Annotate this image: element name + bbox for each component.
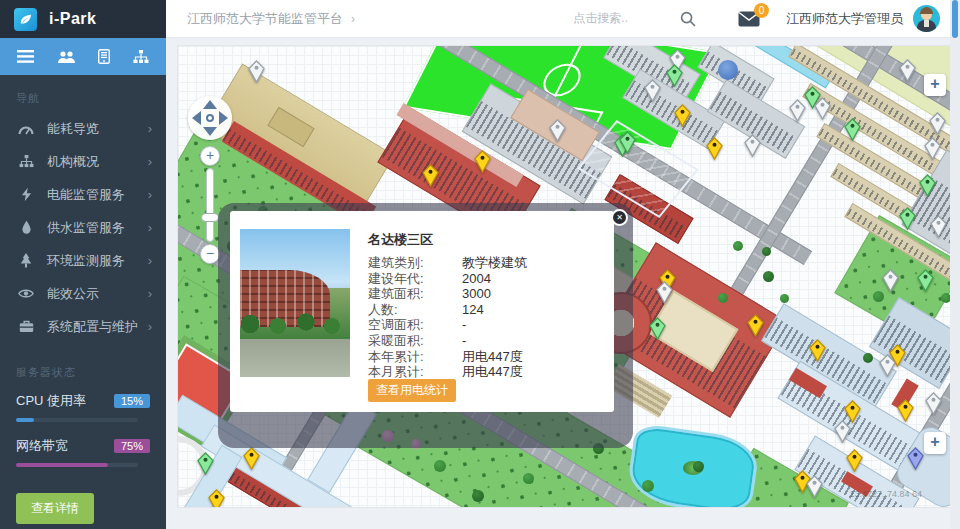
chevron-right-icon: ›: [148, 220, 152, 235]
pan-center-dot[interactable]: [206, 114, 214, 122]
map-pin-white[interactable]: [549, 119, 566, 146]
sidebar-item-label: 能效公示: [47, 285, 148, 303]
cpu-progress-track: [16, 418, 138, 422]
bandwidth-progress-fill: [16, 463, 108, 467]
map-pin-yellow[interactable]: [897, 399, 914, 426]
user-name[interactable]: 江西师范大学管理员: [786, 10, 903, 28]
map-pin-green[interactable]: [919, 174, 936, 201]
sidebar-item-environment[interactable]: 环境监测服务 ›: [0, 244, 166, 277]
toolbox-icon: [18, 319, 34, 335]
detail-row: 采暖面积:-: [368, 333, 606, 349]
map-pin-yellow[interactable]: [674, 104, 691, 131]
map-zoom-control: + −: [200, 146, 220, 264]
pan-down-arrow[interactable]: [203, 127, 217, 136]
map-pin-white[interactable]: [744, 134, 761, 161]
map-pin-white[interactable]: [834, 420, 851, 447]
bandwidth-progress-track: [16, 463, 138, 467]
sidebar-item-electricity[interactable]: 电能监管服务 ›: [0, 178, 166, 211]
detail-row: 本年累计:用电447度: [368, 349, 606, 365]
detail-row: 建筑类别:教学楼建筑: [368, 255, 606, 271]
view-electricity-stats-button[interactable]: 查看用电统计: [368, 379, 456, 402]
chevron-right-icon: ›: [148, 253, 152, 268]
map-pin-yellow[interactable]: [846, 449, 863, 476]
map-pin-green[interactable]: [666, 64, 683, 91]
map-pin-white[interactable]: [879, 354, 896, 381]
detail-row: 建筑面积:3000: [368, 286, 606, 302]
map-pin-white[interactable]: [882, 269, 899, 296]
map-pin-yellow[interactable]: [243, 447, 260, 474]
sidebar-item-label: 环境监测服务: [47, 252, 148, 270]
scrollbar-thumb[interactable]: [952, 0, 958, 38]
map-pin-white[interactable]: [925, 392, 942, 419]
breadcrumb[interactable]: 江西师范大学节能监管平台 ›: [187, 10, 355, 28]
map-pin-green[interactable]: [197, 452, 214, 479]
app-title: i-Park: [49, 10, 96, 28]
sidebar: i-Park 导航 能耗导览 › 机构概况 › 电能监管服务: [0, 0, 166, 529]
menu-icon[interactable]: [17, 50, 34, 63]
eye-icon: [18, 286, 34, 302]
map-pin-white[interactable]: [814, 97, 831, 124]
pan-right-arrow[interactable]: [219, 111, 228, 125]
zoom-slider-track[interactable]: [206, 168, 214, 242]
map-pin-yellow[interactable]: [422, 164, 439, 191]
building-info-popup: ✕ 名达楼三区 建筑类别:教学楼建筑 建设年代:2004 建筑面积:3000 人…: [218, 203, 633, 448]
panel-expand-button-top[interactable]: +: [924, 74, 946, 96]
map-pin-green[interactable]: [619, 131, 636, 158]
map-pin-green[interactable]: [917, 269, 934, 296]
zoom-out-button[interactable]: −: [200, 244, 220, 264]
map-pin-white[interactable]: [899, 59, 916, 86]
close-icon[interactable]: ✕: [611, 209, 628, 226]
avatar[interactable]: [913, 5, 940, 32]
map-pin-yellow[interactable]: [208, 489, 225, 507]
bandwidth-badge: 75%: [114, 439, 150, 453]
sidebar-item-water[interactable]: 供水监管服务 ›: [0, 211, 166, 244]
cpu-usage-badge: 15%: [114, 394, 150, 408]
map-pin-yellow[interactable]: [474, 150, 491, 177]
sidebar-item-energy-overview[interactable]: 能耗导览 ›: [0, 112, 166, 145]
map-pin-white[interactable]: [656, 281, 673, 308]
users-icon[interactable]: [57, 50, 76, 64]
map-pin-white[interactable]: [789, 99, 806, 126]
header: 江西师范大学节能监管平台 › 点击搜索.. 0 江西师范大学管理员: [166, 0, 950, 38]
detail-row: 人数:124: [368, 302, 606, 318]
map-pin-white[interactable]: [924, 137, 941, 164]
sidebar-item-efficiency-publicity[interactable]: 能效公示 ›: [0, 277, 166, 310]
map-pin-green[interactable]: [649, 317, 666, 344]
bolt-icon: [18, 187, 34, 203]
sidebar-item-system-config[interactable]: 系统配置与维护 ›: [0, 310, 166, 343]
map-pin-yellow[interactable]: [809, 339, 826, 366]
map-pan-control[interactable]: [188, 96, 232, 140]
campus-map[interactable]: + − + + 13.4727, 74.84 64 ✕ 名达楼三区 建筑类别:教…: [178, 46, 950, 507]
search-input[interactable]: 点击搜索..: [573, 10, 628, 27]
map-pin-white[interactable]: [644, 79, 661, 106]
panel-expand-button-bottom[interactable]: +: [924, 432, 946, 454]
view-details-button[interactable]: 查看详情: [16, 493, 94, 524]
scrollbar-track[interactable]: [950, 0, 960, 529]
device-icon[interactable]: [98, 49, 110, 64]
zoom-in-button[interactable]: +: [200, 146, 220, 166]
map-pin-green[interactable]: [844, 118, 861, 145]
pan-left-arrow[interactable]: [192, 111, 201, 125]
mail-icon[interactable]: 0: [738, 11, 760, 27]
map-pin-white[interactable]: [930, 215, 947, 242]
sidebar-item-org-overview[interactable]: 机构概况 ›: [0, 145, 166, 178]
sitemap-icon: [18, 154, 34, 170]
sidebar-item-label: 电能监管服务: [47, 186, 148, 204]
pan-up-arrow[interactable]: [203, 100, 217, 109]
building-photo: [240, 229, 350, 377]
map-pin-yellow[interactable]: [747, 314, 764, 341]
map-pin-blue[interactable]: [907, 447, 924, 474]
map-pin-white[interactable]: [929, 112, 946, 139]
map-pin-white[interactable]: [248, 60, 265, 87]
map-pin-yellow[interactable]: [706, 137, 723, 164]
gauge-icon: [18, 121, 34, 137]
cpu-usage-label: CPU 使用率: [16, 392, 86, 410]
detail-row: 本月累计:用电447度: [368, 364, 606, 380]
map-pin-white[interactable]: [806, 475, 823, 502]
zoom-slider-handle[interactable]: [201, 213, 219, 222]
map-pin-green[interactable]: [899, 207, 916, 234]
search-icon[interactable]: [680, 11, 696, 27]
chevron-right-icon: ›: [148, 319, 152, 334]
sitemap-icon[interactable]: [133, 50, 149, 64]
leaf-logo-icon: [14, 8, 37, 31]
